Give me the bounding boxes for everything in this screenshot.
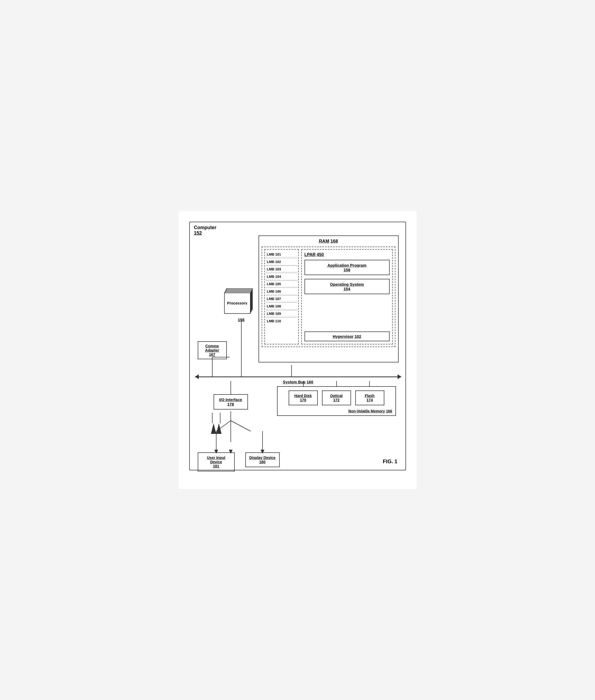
computer-label: Computer 152 xyxy=(194,225,217,236)
processors-area: Processors 156 xyxy=(224,288,258,322)
bus-arrow-right xyxy=(398,374,401,379)
lmb-103: LMB 103 xyxy=(266,266,297,273)
nvm-label: Non-Volatile Memory 166 xyxy=(348,409,392,413)
lmb-101: LMB 101 xyxy=(266,251,297,258)
comms-box: Comms Adapter 167 xyxy=(198,341,227,359)
fig-label: FIG. 1 xyxy=(383,458,398,464)
os-box: Operating System 154 xyxy=(305,279,390,294)
user-input-box: User Input Device 181 xyxy=(198,452,235,472)
lmb-105: LMB 105 xyxy=(266,280,297,288)
hard-disk-box: Hard Disk 170 xyxy=(289,391,318,405)
display-box: Display Device 180 xyxy=(245,452,280,467)
lmb-column: LMB 101 LMB 102 LMB 103 LMB 104 LMB 105 … xyxy=(264,249,299,345)
ram-box: RAM 168 LMB 101 LMB 102 LMB 103 LMB 104 … xyxy=(258,236,399,362)
svg-line-14 xyxy=(231,421,251,431)
lmb-107: LMB 107 xyxy=(266,295,297,303)
hypervisor-box: Hypervisor 102 xyxy=(305,331,390,341)
diagram-outer: Computer 152 RAM 168 LMB 101 LMB 102 LMB… xyxy=(189,222,406,470)
page: Computer 152 RAM 168 LMB 101 LMB 102 LMB… xyxy=(179,211,417,489)
system-bus-label: System Bus 160 xyxy=(283,380,313,384)
processors-label: 156 xyxy=(224,318,258,322)
app-box: Application Program 158 xyxy=(305,260,390,275)
svg-marker-8 xyxy=(211,423,216,434)
ram-label: RAM 168 xyxy=(262,239,395,244)
system-bus-line xyxy=(195,374,401,379)
system-bus-area: System Bus 160 xyxy=(190,374,406,384)
nvm-group: Hard Disk 170 Optical 172 Flash 174 Non-… xyxy=(277,386,396,416)
svg-marker-9 xyxy=(216,423,222,434)
proc-card-5: Processors xyxy=(224,293,251,314)
lmb-108: LMB 108 xyxy=(266,303,297,310)
lpar-box: LPAR 450 Application Program 158 Operati… xyxy=(301,249,393,345)
lmb-109: LMB 109 xyxy=(266,310,297,318)
lpar-label: LPAR 450 xyxy=(305,252,390,257)
ram-inner: LMB 101 LMB 102 LMB 103 LMB 104 LMB 105 … xyxy=(262,247,395,347)
bus-line xyxy=(195,376,401,377)
optical-box: Optical 172 xyxy=(322,391,351,405)
lmb-106: LMB 106 xyxy=(266,288,297,295)
processor-stack: Processors xyxy=(224,288,253,315)
svg-line-13 xyxy=(216,421,231,431)
lmb-110: LMB 110 xyxy=(266,318,297,325)
io-box: I/O Interface 178 xyxy=(214,394,248,409)
nvm-devices: Hard Disk 170 Optical 172 Flash 174 xyxy=(281,391,392,405)
lmb-102: LMB 102 xyxy=(266,258,297,266)
lmb-104: LMB 104 xyxy=(266,273,297,280)
flash-box: Flash 174 xyxy=(355,391,384,405)
